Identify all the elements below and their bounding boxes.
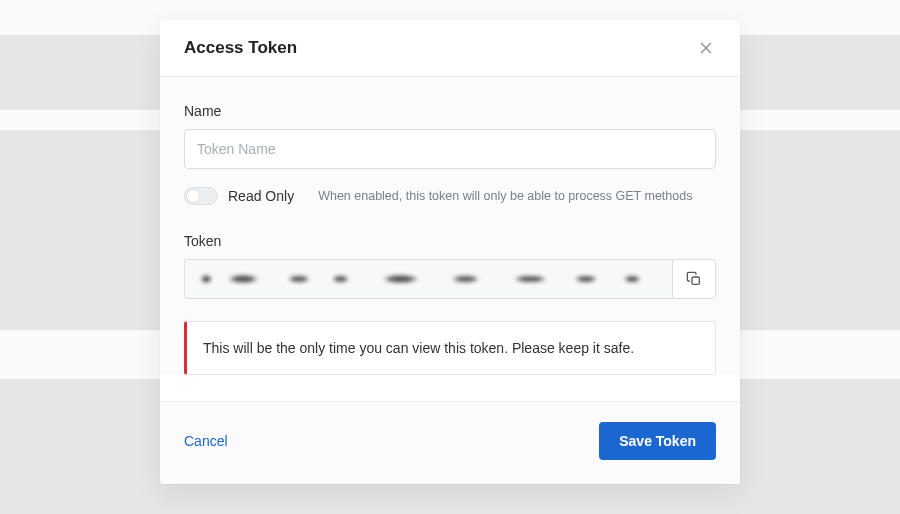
modal-header: Access Token	[160, 20, 740, 77]
save-token-button[interactable]: Save Token	[599, 422, 716, 460]
close-button[interactable]	[696, 38, 716, 58]
copy-token-button[interactable]	[672, 259, 716, 299]
token-name-input[interactable]	[184, 129, 716, 169]
name-label: Name	[184, 103, 716, 119]
modal-title: Access Token	[184, 38, 297, 58]
copy-icon	[686, 271, 702, 287]
token-value-display[interactable]	[184, 259, 672, 299]
svg-rect-2	[692, 277, 699, 284]
access-token-modal: Access Token Name Read Only When enabled…	[160, 20, 740, 484]
token-warning-alert: This will be the only time you can view …	[184, 321, 716, 375]
cancel-button[interactable]: Cancel	[184, 433, 228, 449]
close-icon	[698, 40, 714, 56]
readonly-label: Read Only	[228, 188, 294, 204]
token-row	[184, 259, 716, 299]
token-label: Token	[184, 233, 716, 249]
toggle-knob	[186, 189, 200, 203]
token-warning-text: This will be the only time you can view …	[203, 340, 634, 356]
modal-footer: Cancel Save Token	[160, 401, 740, 484]
readonly-toggle[interactable]	[184, 187, 218, 205]
readonly-row: Read Only When enabled, this token will …	[184, 187, 716, 205]
token-blurred-value	[197, 272, 660, 286]
modal-body: Name Read Only When enabled, this token …	[160, 77, 740, 375]
readonly-hint: When enabled, this token will only be ab…	[318, 189, 692, 203]
